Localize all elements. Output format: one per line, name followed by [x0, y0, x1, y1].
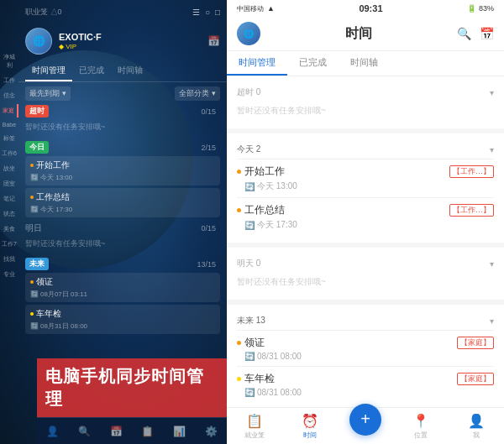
right-section-future-header: 未来 13 ▾	[237, 311, 494, 330]
sidebar-item-10[interactable]: 状态	[0, 207, 18, 221]
circle-icon[interactable]: ○	[205, 8, 210, 17]
user-card[interactable]: 🌐 EXOTIC·F ◆ VIP 📅	[18, 24, 227, 61]
right-avatar[interactable]: 🌐	[237, 22, 260, 45]
task-item-car-inspection[interactable]: 车年检 🔄08月31日 08:00	[25, 305, 220, 334]
clock-icon-2: 🔄	[244, 221, 255, 230]
task-title-car-inspection: 车年检	[30, 308, 215, 320]
task-time-car-inspection: 🔄08月31日 08:00	[30, 321, 215, 331]
right-task-tag-start-work[interactable]: 【工作…】	[449, 165, 494, 178]
job-label: 就业笼	[244, 431, 265, 440]
right-section-tomorrow: 明天 0 ▾ 暂时还没有任务安排哦~	[227, 248, 504, 300]
bottom-nav-settings[interactable]: ⚙️	[205, 426, 218, 437]
bottom-nav-search[interactable]: 🔍	[78, 426, 91, 437]
bottom-nav-chart[interactable]: 📊	[173, 426, 186, 437]
me-icon: 👤	[468, 413, 485, 429]
right-task-tag-work-summary[interactable]: 【工作…】	[449, 204, 494, 217]
battery-icon: 🔋	[467, 4, 476, 13]
right-tomorrow-empty: 暂时还没有任务安排哦~	[237, 273, 494, 293]
add-button[interactable]: +	[349, 404, 381, 436]
section-today: 今日 2/15 开始工作 🔄今天 13:00 工作总结	[25, 141, 220, 217]
square-icon[interactable]: □	[215, 8, 220, 17]
menu-icon[interactable]: ☰	[192, 8, 200, 17]
sidebar-item-4[interactable]: Babe	[0, 119, 18, 130]
sidebar-item-2[interactable]: 信念	[0, 89, 18, 102]
overdue-badge: 0/15	[197, 107, 220, 117]
sidebar-icons: 净城利 工作 信念 家庭 Babe 标签 工作6 故坐 团室 笔记 状态 美食 …	[0, 0, 18, 444]
sidebar-item-11[interactable]: 美食	[0, 222, 18, 236]
user-vip: ◆ VIP	[59, 43, 207, 50]
tab-time-management[interactable]: 时间管理	[25, 61, 72, 81]
sidebar-item-13[interactable]: 找我	[0, 253, 18, 266]
right-task-car-inspection[interactable]: 车年检 【家庭】 🔄 08/31 08:00	[237, 366, 494, 402]
sidebar-item-8[interactable]: 团室	[0, 177, 18, 191]
task-item-start-work[interactable]: 开始工作 🔄今天 13:00	[25, 156, 220, 185]
right-section-overdue: 超时 0 ▾ 暂时还没有任务安排哦~	[227, 76, 504, 128]
left-header-title: 职业笼 △0	[25, 7, 62, 18]
left-bottom-nav: 👤 🔍 📅 📋 📊 ⚙️	[37, 417, 227, 444]
bottom-nav-list[interactable]: 📋	[141, 426, 154, 437]
section-future: 未来 13/15 领证 🔄08月07日 03:11 车年检	[25, 258, 220, 334]
section-tomorrow-header: 明日 0/15	[25, 222, 220, 234]
sidebar-item-9[interactable]: 笔记	[0, 192, 18, 206]
sidebar-item-14[interactable]: 专业	[0, 268, 18, 281]
category-filter[interactable]: 全部分类 ▾	[175, 86, 220, 101]
tab-completed[interactable]: 已完成	[72, 61, 111, 81]
section-today-header: 今日 2/15	[25, 141, 220, 154]
right-tab-completed[interactable]: 已完成	[287, 51, 339, 76]
chevron-down-icon: ▾	[490, 88, 494, 97]
banner-overlay: 电脑手机同步时间管理	[37, 358, 227, 417]
tomorrow-badge: 0/15	[197, 223, 220, 233]
section-tomorrow: 明日 0/15 暂时还没有任务安排哦~	[25, 222, 220, 253]
right-panel: 中国移动 ▲ 09:31 🔋 83% 🌐 时间 🔍 📅 时间管理 已完成 时间轴…	[227, 0, 504, 444]
right-task-tag-car-inspection[interactable]: 【家庭】	[457, 373, 494, 385]
sidebar-item-6[interactable]: 工作6	[0, 147, 18, 160]
nav-item-job[interactable]: 📋 就业笼	[227, 413, 282, 440]
bottom-nav-calendar[interactable]: 📅	[110, 426, 123, 437]
calendar-icon[interactable]: 📅	[207, 35, 220, 47]
right-task-certificate[interactable]: 领证 【家庭】 🔄 08/31 08:00	[237, 330, 494, 366]
status-left: 中国移动 ▲	[237, 4, 275, 13]
sidebar-item-5[interactable]: 标签	[0, 132, 18, 145]
chevron-down-icon-4: ▾	[490, 316, 494, 326]
right-tab-timeline[interactable]: 时间轴	[339, 51, 390, 76]
overdue-tag: 超时	[25, 105, 49, 118]
right-task-title-certificate: 领证 【家庭】	[237, 336, 494, 350]
nav-item-location[interactable]: 📍 位置	[393, 413, 449, 440]
task-item-work-summary[interactable]: 工作总结 🔄今天 17:30	[25, 188, 220, 217]
chevron-down-icon-2: ▾	[490, 145, 494, 154]
sidebar-item-1[interactable]: 工作	[0, 74, 18, 87]
right-today-title: 今天 2	[237, 144, 260, 155]
right-task-time-start-work: 🔄 今天 13:00	[244, 180, 494, 192]
nav-item-me[interactable]: 👤 我	[449, 413, 504, 440]
carrier-text: 中国移动	[237, 4, 264, 13]
right-header: 🌐 时间 🔍 📅	[227, 17, 504, 51]
bottom-nav-user[interactable]: 👤	[46, 426, 59, 437]
calendar-action-icon[interactable]: 📅	[480, 27, 494, 40]
right-task-time-certificate: 🔄 08/31 08:00	[244, 352, 494, 361]
sidebar-item-12[interactable]: 工作7	[0, 238, 18, 251]
status-bar: 中国移动 ▲ 09:31 🔋 83%	[227, 0, 504, 17]
sort-filter[interactable]: 最先到期 ▾	[25, 86, 71, 101]
right-overdue-empty: 暂时还没有任务安排哦~	[237, 102, 494, 122]
avatar: 🌐	[25, 28, 52, 55]
right-task-bullet	[237, 170, 241, 174]
right-task-tag-certificate[interactable]: 【家庭】	[457, 337, 494, 349]
search-icon[interactable]: 🔍	[457, 27, 471, 40]
sidebar-item-3[interactable]: 家庭	[0, 104, 18, 118]
nav-item-time[interactable]: ⏰ 时间	[282, 413, 338, 440]
sidebar-item-0[interactable]: 净城利	[0, 50, 18, 72]
right-tab-time-management[interactable]: 时间管理	[227, 51, 287, 76]
location-icon: 📍	[412, 413, 429, 429]
right-section-today: 今天 2 ▾ 开始工作 【工作…】 🔄 今天 13:00 工作总结	[227, 133, 504, 243]
tab-timeline[interactable]: 时间轴	[111, 61, 150, 81]
right-header-title: 时间	[345, 25, 372, 43]
time-icon: ⏰	[302, 413, 318, 429]
right-task-start-work[interactable]: 开始工作 【工作…】 🔄 今天 13:00	[237, 159, 494, 197]
banner-text: 电脑手机同步时间管理	[45, 365, 218, 410]
time-label: 时间	[303, 431, 317, 440]
right-task-bullet-3	[237, 341, 241, 345]
clock-icon-3: 🔄	[244, 352, 255, 361]
right-task-work-summary[interactable]: 工作总结 【工作…】 🔄 今天 17:30	[237, 197, 494, 236]
sidebar-item-7[interactable]: 故坐	[0, 162, 18, 175]
task-item-certificate[interactable]: 领证 🔄08月07日 03:11	[25, 273, 220, 302]
